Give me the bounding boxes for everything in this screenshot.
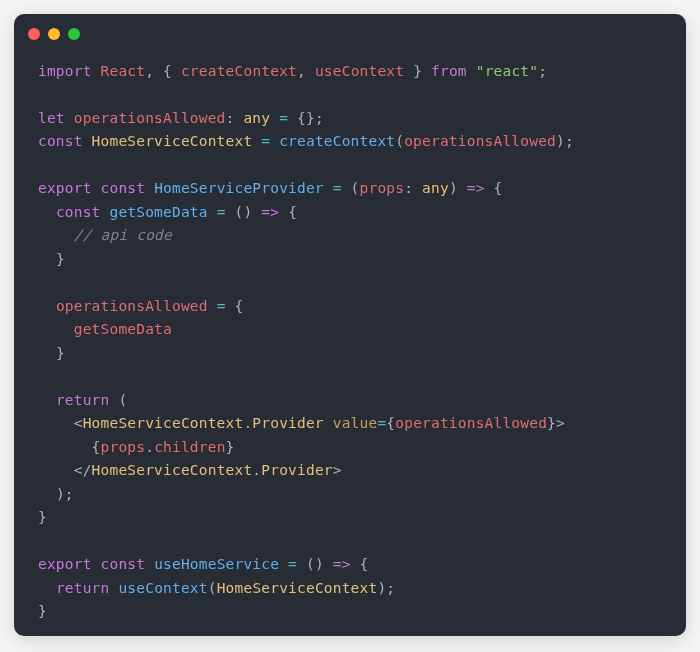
punct-emptyparen: () [235, 204, 253, 220]
ident-props: props [360, 180, 405, 196]
ident-props: props [101, 439, 146, 455]
punct-rbrace: } [226, 439, 235, 455]
minimize-icon[interactable] [48, 28, 60, 40]
punct-rparen: ) [449, 180, 458, 196]
window-titlebar [14, 14, 686, 40]
ident-operationsallowed: operationsAllowed [404, 133, 556, 149]
punct-emptyobj: {} [297, 110, 315, 126]
punct-lparen: ( [118, 392, 127, 408]
op-eq: = [279, 110, 288, 126]
punct-rparen: ) [556, 133, 565, 149]
fn-usecontext: useContext [118, 580, 207, 596]
keyword-const: const [38, 133, 83, 149]
keyword-let: let [38, 110, 65, 126]
op-arrow: => [467, 180, 485, 196]
punct-lbrace: { [288, 204, 297, 220]
jsx-provider: Provider [252, 415, 323, 431]
ident-children: children [154, 439, 225, 455]
punct-semi: ; [565, 133, 574, 149]
punct-lbrace: { [235, 298, 244, 314]
punct-lbrace: { [360, 556, 369, 572]
keyword-export: export [38, 180, 92, 196]
ident-homeserviceprovider: HomeServiceProvider [154, 180, 324, 196]
keyword-return: return [56, 580, 110, 596]
ident-getsomedata: getSomeData [109, 204, 207, 220]
ident-operationsallowed: operationsAllowed [395, 415, 547, 431]
punct-rbrace: } [56, 345, 65, 361]
keyword-import: import [38, 63, 92, 79]
punct-semi: ; [315, 110, 324, 126]
punct-lparen: ( [208, 580, 217, 596]
punct-rbrace: } [38, 509, 47, 525]
jsx-homeservicecontext: HomeServiceContext [83, 415, 244, 431]
string-react: "react" [476, 63, 539, 79]
punct-lbrace: { [163, 63, 172, 79]
punct-ltc: </ [74, 462, 92, 478]
punct-rbrace: } [413, 63, 422, 79]
jsx-provider: Provider [261, 462, 332, 478]
punct-rbrace: } [547, 415, 556, 431]
jsx-attr-value: value [333, 415, 378, 431]
op-arrow: => [333, 556, 351, 572]
comment-api: // api code [74, 227, 172, 243]
punct-gt: > [333, 462, 342, 478]
op-arrow: => [261, 204, 279, 220]
punct-colon: : [404, 180, 413, 196]
type-any: any [243, 110, 270, 126]
punct-rbrace: } [56, 251, 65, 267]
keyword-const: const [56, 204, 101, 220]
type-any: any [422, 180, 449, 196]
punct-rbrace: } [38, 603, 47, 619]
punct-emptyparen: () [306, 556, 324, 572]
punct-semi: ; [65, 486, 74, 502]
close-icon[interactable] [28, 28, 40, 40]
keyword-from: from [431, 63, 467, 79]
code-window: import React, { createContext, useContex… [14, 14, 686, 636]
ident-operationsallowed: operationsAllowed [56, 298, 208, 314]
punct-lbrace: { [92, 439, 101, 455]
keyword-return: return [56, 392, 110, 408]
op-eq: = [288, 556, 297, 572]
ident-operationsallowed: operationsAllowed [74, 110, 226, 126]
op-eq: = [261, 133, 270, 149]
jsx-homeservicecontext: HomeServiceContext [92, 462, 253, 478]
punct-semi: ; [538, 63, 547, 79]
code-block: import React, { createContext, useContex… [14, 40, 686, 636]
op-eq: = [377, 415, 386, 431]
ident-getsomedata: getSomeData [74, 321, 172, 337]
keyword-const: const [101, 180, 146, 196]
punct-dot: . [252, 462, 261, 478]
ident-createcontext: createContext [181, 63, 297, 79]
maximize-icon[interactable] [68, 28, 80, 40]
ident-usehomeservice: useHomeService [154, 556, 279, 572]
op-eq: = [217, 204, 226, 220]
ident-react: React [101, 63, 146, 79]
op-eq: = [333, 180, 342, 196]
punct-rparen: ) [56, 486, 65, 502]
punct-dot: . [145, 439, 154, 455]
punct-lt: < [74, 415, 83, 431]
keyword-export: export [38, 556, 92, 572]
punct-semi: ; [386, 580, 395, 596]
punct-comma: , [145, 63, 154, 79]
ident-homeservicecontext: HomeServiceContext [217, 580, 378, 596]
punct-gt: > [556, 415, 565, 431]
punct-lparen: ( [395, 133, 404, 149]
punct-lbrace: { [386, 415, 395, 431]
op-eq: = [217, 298, 226, 314]
punct-lbrace: { [494, 180, 503, 196]
punct-lparen: ( [351, 180, 360, 196]
punct-comma: , [297, 63, 306, 79]
ident-homeservicecontext: HomeServiceContext [92, 133, 253, 149]
ident-usecontext: useContext [315, 63, 404, 79]
keyword-const: const [101, 556, 146, 572]
fn-createcontext: createContext [279, 133, 395, 149]
punct-colon: : [226, 110, 235, 126]
punct-rparen: ) [377, 580, 386, 596]
